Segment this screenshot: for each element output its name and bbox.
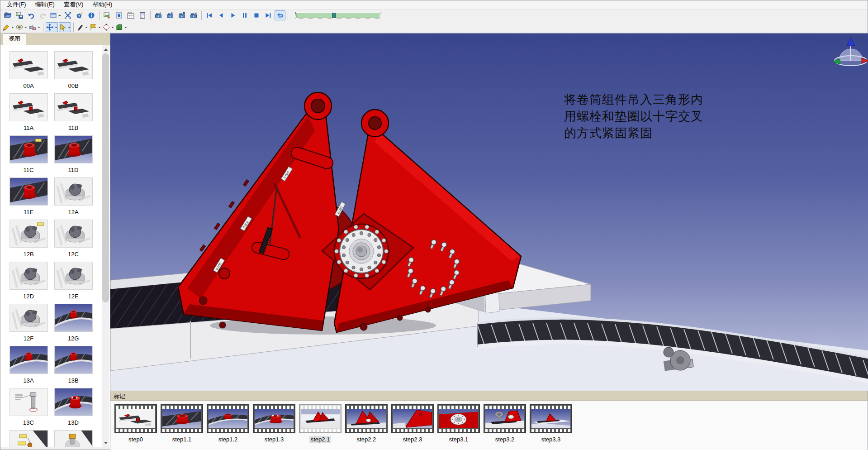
fit-view-button[interactable] [62,10,73,20]
scrollbar-thumb[interactable] [102,53,109,302]
loop-button[interactable] [275,10,285,20]
scroll-down-icon[interactable] [102,439,109,447]
views-sidebar: 视图 00A00B11A11B11C11D11E12A12B12C12D12E1… [0,33,110,450]
step-thumbnail-step3.1[interactable]: step3.1 [437,404,480,450]
report-document-icon [139,12,146,19]
import-picture-button[interactable] [102,10,113,20]
view-thumbnail-11A[interactable]: 11A [9,93,48,135]
camera-stop-button[interactable] [188,10,199,20]
sidebar-bottom-edge [0,447,110,450]
pause-button[interactable] [239,10,250,20]
texture-folder-icon [116,24,123,31]
step-thumbnail-step3.2[interactable]: step3.2 [484,404,526,450]
measure-path-icon [103,24,110,31]
pen-annotation-button[interactable] [76,22,88,32]
view-thumbnail-12E[interactable]: 12E [54,262,93,304]
view-thumbnail-13D[interactable]: 13D [54,388,93,430]
view-thumbnail-12B[interactable]: 12B [9,220,48,262]
film-sprockets [347,429,386,432]
pause-icon [241,12,248,19]
view-thumbnail-12G[interactable]: 12G [54,304,93,346]
camera-record-button[interactable] [176,10,187,20]
tab-views[interactable]: 视图 [3,33,26,45]
viewport-3d[interactable]: 0 0000 0000 0000 000 将卷筒组件吊入三角形内 用螺栓和垫圈以… [110,33,868,391]
toolbar-separator [288,11,288,20]
app-window: 文件(F)编辑(E)查看(V)帮助(H) BOM 视图 00A00B11A11B… [0,0,868,450]
camera-keyframe-button[interactable] [153,10,164,20]
view-thumbnail-13A[interactable]: 13A [9,346,48,388]
select-arrow-button[interactable] [59,22,71,32]
scroll-up-icon[interactable] [102,45,109,53]
viewport-3d-scene[interactable]: 0 0000 0000 0000 000 [110,34,868,391]
viewport-3d-canvas[interactable]: 0 0000 0000 0000 000 [110,34,868,391]
step-back-button[interactable] [216,10,227,20]
publish-icon [115,12,123,19]
toolbar-separator [130,23,130,32]
film-sprockets [255,429,294,432]
play-button[interactable] [228,10,238,20]
view-thumbnail[interactable] [54,430,93,447]
callout-flag-button[interactable] [89,22,101,32]
drum-flange[interactable] [334,224,389,278]
view-thumbnail-image [9,304,48,332]
step-thumbnail-step2.3[interactable]: step2.3 [391,404,434,450]
menu-item-0[interactable]: 文件(F) [2,0,31,10]
open-document-button[interactable] [2,10,13,20]
visibility-eye-button[interactable] [15,22,28,32]
stop-button[interactable] [251,10,262,20]
info-button[interactable] [86,10,97,20]
step-thumbnail-step1.2[interactable]: step1.2 [207,404,249,450]
view-thumbnail-00B[interactable]: 00B [54,51,93,93]
view-thumbnail-11D[interactable]: 11D [54,135,93,177]
view-thumbnail-12D[interactable]: 12D [9,262,48,304]
skip-start-button[interactable] [204,10,215,20]
view-thumbnail-12F[interactable]: 12F [9,304,48,346]
step-thumbnail-step0[interactable]: step0 [114,404,157,450]
undo-button[interactable] [26,10,37,20]
skip-end-button[interactable] [263,10,274,20]
view-thumbnail-00A[interactable]: 00A [9,51,48,93]
view-thumbnail-11E[interactable]: 11E [9,177,48,220]
play-icon [229,12,237,19]
menu-item-2[interactable]: 查看(V) [59,0,88,10]
step-thumbnail-step1.1[interactable]: step1.1 [161,404,203,450]
publish-button[interactable] [114,10,124,20]
step-thumbnail-step2.1[interactable]: step2.1 [299,404,342,450]
view-thumbnail-13C[interactable]: 13C [9,388,48,430]
window-mode-button[interactable] [49,10,62,20]
bom-table-button[interactable]: BOM [125,10,136,20]
redo-button[interactable] [38,10,48,20]
view-thumbnail-label: 11C [9,167,48,173]
settings-gear-button[interactable] [74,10,85,20]
step-thumbnail-step1.3[interactable]: step1.3 [253,404,295,450]
step-thumbnail-step2.2[interactable]: step2.2 [345,404,388,450]
sidebar-scrollbar[interactable] [102,45,109,447]
view-thumbnail-13B[interactable]: 13B [54,346,93,388]
view-thumbnail-12C[interactable]: 12C [54,220,93,262]
menu-item-3[interactable]: 帮助(H) [88,0,117,10]
svg-text:BOM: BOM [128,12,132,14]
playback-progress-handle[interactable] [332,13,336,18]
save-picture-button[interactable] [14,10,25,20]
menu-item-1[interactable]: 编辑(E) [31,0,59,10]
step-thumbnail-label: step1.1 [161,436,203,443]
view-thumbnail-12A[interactable]: 12A [54,177,93,220]
playback-progress-slider[interactable] [295,12,380,19]
view-thumbnail-image [54,220,93,248]
chevron-down-icon [38,27,40,29]
view-thumbnail-11C[interactable]: 11C [9,135,48,177]
step-thumbnail-image [347,409,386,428]
report-document-button[interactable] [137,10,148,20]
step-thumbnail-step3.3[interactable]: step3.3 [530,404,572,450]
camera-play-button[interactable] [165,10,175,20]
view-thumbnail[interactable] [9,430,48,447]
measure-path-button[interactable] [102,22,114,32]
view-thumbnail-label: 12C [54,251,93,258]
eraser-tool-button[interactable] [28,22,41,32]
move-tool-button[interactable] [46,22,58,32]
texture-folder-button[interactable] [115,22,128,32]
paint-tool-button[interactable] [2,22,14,32]
view-thumbnail-11B[interactable]: 11B [54,93,93,135]
annotation-line: 的方式紧固紧固 [564,125,703,142]
view-thumbnail-image [9,430,48,447]
